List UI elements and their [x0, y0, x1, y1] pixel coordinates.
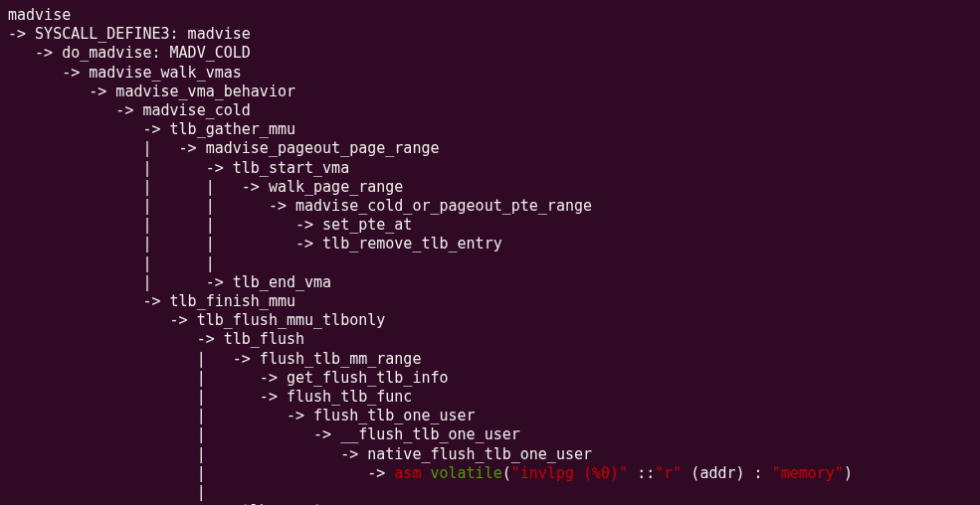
volatile-keyword: volatile — [430, 464, 501, 482]
trace-line: -> madvise_cold — [8, 101, 251, 119]
trace-line: | -> __flush_tlb_one_user — [8, 425, 520, 443]
trace-line: | | -> set_pte_at — [8, 216, 412, 234]
trace-line: -> madvise_walk_vmas — [8, 64, 242, 82]
trace-line: madvise — [8, 6, 71, 24]
asm-prefix: | -> — [8, 464, 394, 482]
asm-string: "r" — [655, 464, 682, 482]
trace-line: | | — [8, 254, 215, 272]
trace-line: | -> flush_tlb_mm_range — [8, 350, 421, 368]
asm-string: "memory" — [772, 464, 844, 482]
trace-line-asm: | -> asm volatile("invlpg (%0)" ::"r" (a… — [8, 464, 853, 482]
trace-line: -> tlb_flush — [8, 330, 304, 348]
asm-mid: (addr) : — [682, 464, 771, 482]
trace-line: | -> get_flush_tlb_info — [8, 369, 449, 387]
trace-line: | — [8, 483, 206, 501]
asm-close-paren: ) — [844, 464, 853, 482]
trace-line: -> tlb_finish_mmu — [8, 292, 295, 310]
trace-line: | -> native_flush_tlb_one_user — [8, 445, 592, 463]
trace-line: | | -> walk_page_range — [8, 178, 403, 196]
trace-line: -> do_madvise: MADV_COLD — [8, 44, 251, 62]
trace-line: | -> tlb_end_vma — [8, 273, 331, 291]
asm-open-paren: ( — [502, 464, 511, 482]
asm-string: "invlpg (%0)" — [511, 464, 628, 482]
trace-line: | | -> madvise_cold_or_pageout_pte_range — [8, 197, 592, 215]
trace-line: -> tlb_flush_mmu_tlbonly — [8, 311, 385, 329]
asm-keyword: asm — [394, 464, 421, 482]
trace-line: -> SYSCALL_DEFINE3: madvise — [8, 25, 251, 43]
trace-line: | -> madvise_pageout_page_range — [8, 139, 439, 157]
trace-line: -> madvise_vma_behavior — [8, 83, 295, 100]
terminal-output: madvise -> SYSCALL_DEFINE3: madvise -> d… — [0, 0, 980, 505]
trace-line: | -> flush_tlb_func — [8, 388, 412, 406]
trace-line: -> tlb_gather_mmu — [8, 120, 295, 138]
asm-mid: :: — [628, 464, 655, 482]
trace-line: | | -> tlb_remove_tlb_entry — [8, 235, 502, 252]
trace-line: | -> tlb_start_vma — [8, 159, 349, 177]
trace-line: | -> flush_tlb_one_user — [8, 407, 476, 424]
